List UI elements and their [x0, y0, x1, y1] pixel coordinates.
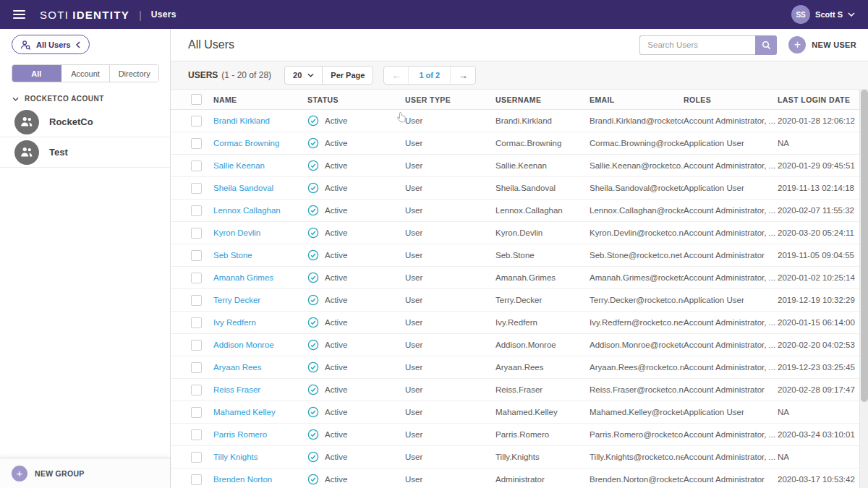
user-name-link[interactable]: Parris Romero [213, 430, 267, 439]
row-checkbox[interactable] [191, 429, 202, 440]
search-input[interactable] [639, 35, 755, 55]
row-checkbox-cell [171, 250, 213, 261]
table-row[interactable]: Addison Monroe Active User Addison.Monro… [171, 334, 859, 356]
row-checkbox-cell [171, 407, 213, 418]
name-cell: Sallie Keenan [213, 161, 307, 170]
status-cell: Active [307, 160, 405, 171]
column-header-name[interactable]: NAME [213, 95, 307, 104]
row-checkbox[interactable] [191, 385, 202, 395]
sidebar-tabs: All Account Directory [12, 64, 159, 82]
table-row[interactable]: Ivy Redfern Active User Ivy.Redfern Ivy.… [171, 312, 859, 334]
scrollbar-thumb[interactable] [861, 90, 868, 402]
user-name-link[interactable]: Brandi Kirkland [213, 116, 270, 125]
account-tree-toggle[interactable]: ROCKETCO ACOUNT [12, 95, 104, 103]
table-row[interactable]: Kyron Devlin Active User Kyron.Devlin Ky… [171, 222, 859, 244]
username-cell: Sallie.Keenan [495, 161, 590, 170]
scope-label: All Users [36, 40, 71, 49]
tab-directory[interactable]: Directory [110, 65, 158, 82]
table-row[interactable]: Brenden Norton Active User Administrator… [171, 468, 859, 488]
table-row[interactable]: Parris Romero Active User Parris.Romero … [171, 424, 859, 446]
table-row[interactable]: Lennox Callaghan Active User Lennox.Call… [171, 200, 859, 222]
user-name-link[interactable]: Sheila Sandoval [213, 184, 273, 192]
user-name-link[interactable]: Mahamed Kelley [213, 408, 276, 416]
row-checkbox[interactable] [191, 362, 202, 373]
select-all-checkbox[interactable] [191, 94, 202, 105]
group-item-rocketco[interactable]: RocketCo [0, 107, 170, 137]
new-group-button[interactable]: + NEW GROUP [0, 458, 170, 488]
column-header-username[interactable]: USERNAME [495, 95, 590, 104]
group-item-test[interactable]: Test [0, 137, 170, 168]
per-page-select[interactable]: 20 [285, 67, 323, 84]
user-name-link[interactable]: Tilly Knights [213, 453, 258, 461]
menu-icon[interactable] [13, 10, 25, 19]
user-name-link[interactable]: Kyron Devlin [213, 228, 260, 237]
status-label: Active [325, 139, 347, 147]
user-name-link[interactable]: Ivy Redfern [213, 318, 256, 327]
plus-icon: + [12, 466, 27, 481]
table-row[interactable]: Reiss Fraser Active User Reiss.Fraser Re… [171, 379, 859, 401]
table-row[interactable]: Mahamed Kelley Active User Mahamed.Kelle… [171, 401, 859, 424]
table-row[interactable]: Brandi Kirkland Active User Brandi.Kirkl… [171, 110, 859, 132]
prev-page-button[interactable]: ← [384, 67, 409, 84]
row-checkbox[interactable] [191, 116, 202, 127]
table-row[interactable]: Seb Stone Active User Seb.Stone Seb.Ston… [171, 244, 859, 267]
name-cell: Seb Stone [213, 251, 307, 260]
table-row[interactable]: Sheila Sandoval Active User Sheila.Sando… [171, 177, 859, 200]
row-checkbox[interactable] [191, 183, 202, 194]
user-type-cell: User [405, 408, 495, 416]
table-row[interactable]: Aryaan Rees Active User Aryaan.Rees Arya… [171, 356, 859, 379]
user-name-link[interactable]: Addison Monroe [213, 341, 274, 349]
user-name-link[interactable]: Aryaan Rees [213, 363, 261, 372]
avatar[interactable]: SS [791, 5, 810, 24]
table-row[interactable]: Tilly Knights Active User Tilly.Knights … [171, 446, 859, 468]
row-checkbox[interactable] [191, 160, 202, 171]
user-name-link[interactable]: Lennox Callaghan [213, 206, 281, 215]
next-page-button[interactable]: → [451, 67, 475, 84]
row-checkbox[interactable] [191, 138, 202, 149]
status-label: Active [325, 475, 347, 484]
table-row[interactable]: Cormac Browning Active User Cormac.Brown… [171, 132, 859, 155]
user-name-link[interactable]: Cormac Browning [213, 139, 279, 147]
status-label: Active [325, 318, 347, 327]
user-name-link[interactable]: Reiss Fraser [213, 385, 260, 394]
column-header-user-type[interactable]: USER TYPE [405, 95, 495, 104]
group-icon [20, 116, 33, 127]
table-row[interactable]: Sallie Keenan Active User Sallie.Keenan … [171, 155, 859, 177]
row-checkbox[interactable] [191, 228, 202, 239]
column-header-roles[interactable]: ROLES [684, 95, 778, 104]
user-name-link[interactable]: Seb Stone [213, 251, 252, 260]
last-login-cell: NA [778, 453, 859, 461]
user-name-link[interactable]: Terry Decker [213, 296, 260, 304]
last-login-cell: 2020-01-28 12:06:12 [778, 116, 859, 125]
tab-account[interactable]: Account [61, 65, 111, 82]
all-users-scope-button[interactable]: All Users [12, 35, 90, 54]
user-name-link[interactable]: Brenden Norton [213, 475, 272, 484]
vertical-scrollbar[interactable] [859, 90, 868, 488]
user-name-link[interactable]: Amanah Grimes [213, 273, 273, 282]
column-header-status[interactable]: STATUS [307, 95, 405, 104]
tab-all[interactable]: All [12, 65, 61, 82]
username-cell: Brandi.Kirkland [495, 116, 590, 125]
row-checkbox[interactable] [191, 205, 202, 216]
row-checkbox[interactable] [191, 295, 202, 306]
user-name-link[interactable]: Sallie Keenan [213, 161, 265, 170]
search-button[interactable] [755, 35, 777, 55]
group-name: Test [49, 147, 68, 158]
row-checkbox[interactable] [191, 340, 202, 351]
column-header-email[interactable]: EMAIL [590, 95, 684, 104]
row-checkbox[interactable] [191, 452, 202, 463]
row-checkbox[interactable] [191, 474, 202, 485]
column-header-last-login[interactable]: LAST LOGIN DATE [778, 95, 859, 104]
user-type-cell: User [405, 161, 495, 170]
row-checkbox-cell [171, 340, 213, 351]
row-checkbox[interactable] [191, 407, 202, 418]
new-user-button[interactable]: + NEW USER [788, 36, 856, 53]
row-checkbox[interactable] [191, 273, 202, 283]
active-status-icon [307, 361, 319, 373]
username-cell: Tilly.Knights [495, 453, 590, 461]
row-checkbox[interactable] [191, 317, 202, 328]
table-row[interactable]: Amanah Grimes Active User Amanah.Grimes … [171, 267, 859, 289]
table-row[interactable]: Terry Decker Active User Terry.Decker Te… [171, 289, 859, 312]
row-checkbox[interactable] [191, 250, 202, 261]
user-menu[interactable]: SS Scott S [791, 5, 855, 24]
